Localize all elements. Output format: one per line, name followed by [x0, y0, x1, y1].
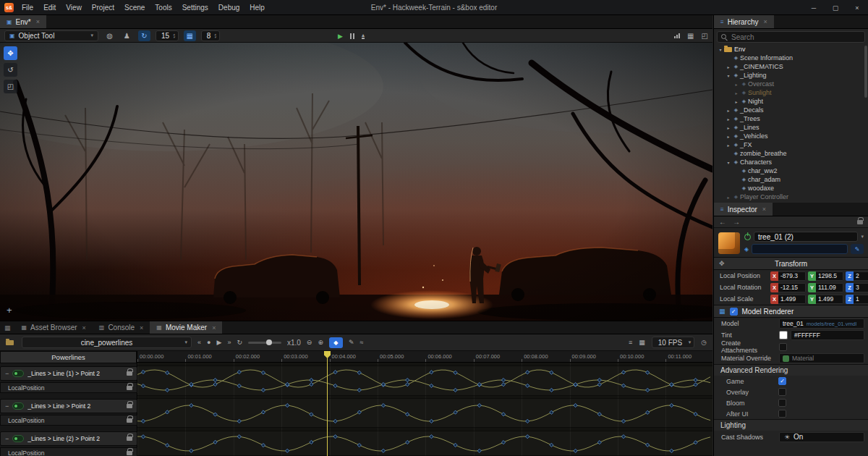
chevron-down-icon[interactable]: ▾ — [861, 234, 864, 240]
tree-caret-icon[interactable]: ▸ — [725, 64, 732, 69]
tree-caret-icon[interactable]: ▸ — [725, 108, 732, 113]
menu-view[interactable]: View — [61, 0, 87, 15]
lock-icon[interactable] — [127, 371, 132, 376]
hierarchy-item-cinematics[interactable]: ▸◈_CINEMATICS — [714, 62, 868, 71]
menu-edit[interactable]: Edit — [38, 0, 61, 15]
game-checkbox[interactable]: ✓ — [778, 377, 786, 385]
add-keyframe-button[interactable]: ◆ — [329, 337, 343, 348]
local-position-z-field[interactable]: Z2 — [846, 271, 868, 281]
tree-caret-icon[interactable]: ▾ — [717, 47, 724, 52]
material-override-field[interactable]: Material — [779, 353, 864, 363]
tree-caret-icon[interactable]: ▸ — [725, 195, 732, 200]
lock-icon[interactable] — [857, 220, 863, 224]
local-rotation-x-field[interactable]: X-12.15 — [770, 283, 806, 292]
timeline-ruler[interactable]: 00:00.00000:01.00000:02.00000:03.00000:0… — [137, 351, 712, 363]
tab-movie-maker[interactable]: ▦Movie Maker× — [150, 321, 222, 334]
tab-asset-browser[interactable]: ▦Asset Browser× — [15, 321, 93, 334]
minimize-button[interactable]: ─ — [803, 0, 825, 15]
network-icon[interactable] — [674, 33, 680, 38]
menu-tools[interactable]: Tools — [150, 0, 176, 15]
tree-caret-icon[interactable]: ▸ — [725, 117, 732, 122]
world-space-icon[interactable]: ◍ — [103, 30, 116, 41]
stepper-arrows-icon[interactable]: ▴▾ — [173, 33, 175, 38]
transform-section-header[interactable]: ✥ Transform — [714, 257, 868, 270]
stepper-arrows-icon[interactable]: ▴▾ — [214, 33, 216, 38]
clip-dropdown[interactable]: cine_powerlines ▾ — [22, 337, 192, 348]
pause-button[interactable] — [350, 33, 354, 39]
hierarchy-item-sunlight[interactable]: ▸◈Sunlight — [714, 88, 868, 97]
bloom-checkbox[interactable] — [778, 399, 786, 407]
zoom-out-icon[interactable]: ⊖ — [307, 339, 312, 346]
hierarchy-item-characters[interactable]: ▾◈Characters — [714, 158, 868, 166]
lock-icon[interactable] — [127, 451, 132, 455]
close-button[interactable]: × — [846, 0, 868, 15]
hierarchy-item-char-adam[interactable]: ◈char_adam — [714, 175, 868, 184]
local-scale-z-field[interactable]: Z1 — [846, 295, 868, 304]
hierarchy-item-trees[interactable]: ▸◈_Trees — [714, 114, 868, 123]
play-clip-button[interactable]: ▶ — [216, 339, 221, 346]
local-rotation-y-field[interactable]: Y111.09 — [808, 283, 843, 292]
create-attachments-checkbox[interactable] — [779, 343, 787, 351]
tab-close-icon[interactable]: × — [140, 324, 143, 332]
track-property-0[interactable]: LocalPosition — [0, 382, 137, 393]
play-button[interactable]: ▶ — [338, 33, 343, 40]
hierarchy-item-scene-information[interactable]: ◈Scene Information — [714, 54, 868, 62]
tree-caret-icon[interactable]: ▾ — [725, 160, 732, 165]
menu-scene[interactable]: Scene — [119, 0, 150, 15]
tab-env[interactable]: ▣ Env* × — [0, 15, 46, 28]
menu-settings[interactable]: Settings — [177, 0, 213, 15]
hierarchy-item-fx[interactable]: ▸◈_FX — [714, 140, 868, 149]
lock-icon[interactable] — [127, 418, 132, 423]
hierarchy-item-player-controller[interactable]: ▸◈Player Controller — [714, 193, 868, 201]
hierarchy-item-vehicles[interactable]: ▸◈_Vehicles — [714, 132, 868, 140]
clip-folder-icon[interactable] — [6, 340, 14, 345]
lock-icon[interactable] — [127, 436, 132, 441]
scale-tool-icon[interactable]: ◰ — [4, 80, 17, 93]
tab-hierarchy[interactable]: ≡ Hierarchy × — [714, 15, 774, 28]
tab-close-icon[interactable]: × — [212, 324, 216, 332]
timeline-lanes[interactable] — [137, 363, 712, 456]
collapse-icon[interactable]: − — [5, 370, 9, 377]
lock-icon[interactable] — [127, 386, 132, 390]
track-property-2[interactable]: LocalPosition — [0, 447, 137, 456]
model-field[interactable]: tree_01 models/tree_01.vmdl — [779, 318, 864, 329]
track-lines-line-point-2[interactable]: −_Lines > Line > Point 2 — [0, 399, 137, 413]
tree-caret-icon[interactable]: ▸ — [733, 90, 740, 96]
local-scale-y-field[interactable]: Y1.499 — [808, 295, 843, 304]
hierarchy-item-night[interactable]: ▸◈Night — [714, 97, 868, 106]
grid-snap-icon[interactable]: ▦ — [184, 30, 196, 41]
tree-caret-icon[interactable]: ▸ — [725, 125, 732, 130]
forward-icon[interactable]: → — [733, 218, 740, 226]
menu-help[interactable]: Help — [244, 0, 270, 15]
overlay-checkbox[interactable] — [778, 388, 786, 396]
local-position-y-field[interactable]: Y1298.5 — [808, 271, 843, 281]
tint-field[interactable]: #FFFFFF — [791, 330, 864, 340]
object-tool-dropdown[interactable]: ▣ Object Tool ▾ — [4, 30, 98, 41]
cast-shadows-dropdown[interactable]: ☀ On — [779, 432, 864, 442]
viewport-3d[interactable]: ✥ ↺ ◰ + — [0, 43, 712, 321]
after-ui-checkbox[interactable] — [778, 410, 786, 418]
add-object-button[interactable]: + — [7, 305, 12, 316]
back-icon[interactable]: ← — [719, 218, 726, 226]
collapse-icon[interactable]: − — [5, 435, 9, 442]
curve-editor-icon[interactable]: ≈ — [359, 339, 363, 346]
track-group-header[interactable]: Powerlines — [0, 351, 137, 363]
paint-icon[interactable]: ✎ — [851, 244, 864, 254]
tab-inspector[interactable]: ≡ Inspector × — [714, 203, 773, 216]
stop-button[interactable]: ▴ — [362, 33, 365, 39]
collapse-icon[interactable]: − — [5, 402, 9, 410]
tags-field[interactable] — [752, 244, 848, 254]
object-name-field[interactable]: tree_01 (2) — [754, 232, 858, 242]
hierarchy-item-zombie-breathe[interactable]: ◈zombie_breathe — [714, 149, 868, 158]
component-enabled-checkbox[interactable]: ✓ — [730, 308, 738, 316]
fps-dropdown[interactable]: 10 FPS ▾ — [652, 337, 694, 348]
film-icon[interactable]: ▦ — [639, 339, 645, 346]
maximize-button[interactable]: ▢ — [825, 0, 846, 15]
tree-caret-icon[interactable]: ▸ — [725, 143, 732, 148]
speed-slider[interactable] — [248, 342, 281, 344]
enabled-toggle-icon[interactable] — [744, 234, 751, 240]
local-rotation-z-field[interactable]: Z3 — [846, 283, 868, 292]
timeline-playhead[interactable] — [327, 351, 328, 456]
hierarchy-item-overcast[interactable]: ▸◈Overcast — [714, 80, 868, 88]
tab-env-close-icon[interactable]: × — [36, 18, 40, 25]
